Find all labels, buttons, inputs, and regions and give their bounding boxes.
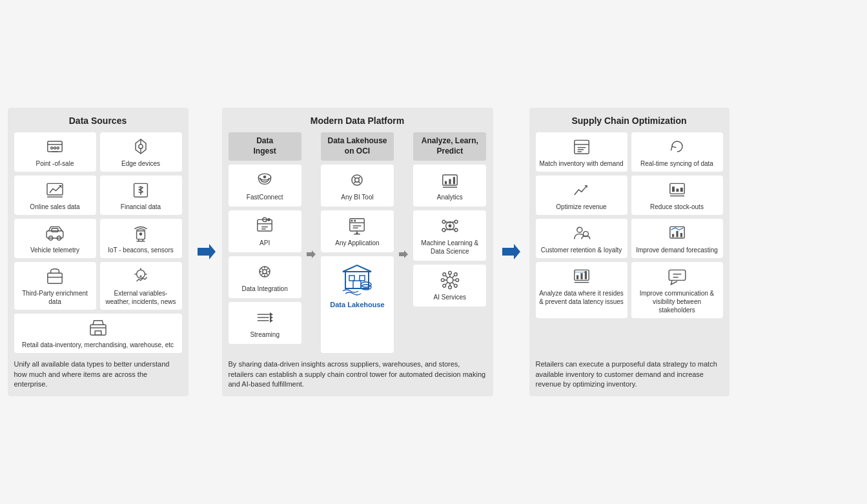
ds-vehicle: Vehicle telemetry	[14, 219, 96, 258]
third-party-label: Third-Party enrichment data	[17, 289, 94, 306]
api-item: API	[229, 210, 301, 252]
svg-point-100	[448, 271, 451, 274]
sc-title: Supply Chain Optimization	[536, 116, 723, 126]
svg-rect-138	[669, 270, 686, 281]
svg-point-104	[443, 272, 446, 276]
iot-label: IoT - beacons, sensors	[108, 246, 174, 254]
third-party-icon	[45, 266, 65, 287]
sc-improve-demand: Improve demand forecasting	[631, 219, 723, 258]
external-icon	[130, 266, 151, 287]
svg-point-93	[454, 228, 458, 232]
sc-realtime-sync: Real-time syncing of data	[631, 132, 723, 172]
svg-point-106	[443, 284, 446, 287]
data-lakehouse-item: Data Lakehouse	[321, 256, 394, 354]
any-app-icon	[347, 216, 367, 236]
fastconnect-item: FastConnect	[229, 165, 301, 207]
svg-rect-135	[580, 274, 582, 280]
streaming-item: Streaming	[229, 302, 301, 344]
ai-services-item: AI Services	[413, 265, 486, 307]
any-bi-item: Any BI Tool	[321, 165, 394, 207]
ml-ds-icon	[440, 216, 460, 236]
realtime-sync-label: Real-time syncing of data	[640, 159, 713, 168]
svg-point-4	[57, 147, 59, 149]
any-bi-icon	[347, 170, 367, 190]
svg-point-41	[267, 218, 270, 221]
sc-reduce-stock: Reduce stock-outs	[631, 176, 723, 215]
data-integration-icon	[254, 261, 275, 282]
svg-point-105	[454, 272, 457, 276]
retail-label: Retail data-inventory, merchandising, wa…	[22, 341, 174, 349]
svg-rect-32	[95, 331, 101, 335]
streaming-icon	[254, 307, 275, 328]
optimize-rev-icon	[571, 179, 592, 200]
data-lakehouse-label: Data Lakehouse	[330, 300, 384, 309]
ml-ds-item: Machine Learning & Data Science	[413, 210, 486, 261]
big-arrow-2-icon	[500, 240, 523, 263]
sc-content: Match inventory with demand Real-time sy…	[536, 132, 723, 353]
data-sources-grid: Point -of-sale Edge devices	[14, 132, 182, 353]
improve-demand-label: Improve demand forecasting	[636, 246, 718, 254]
analyze-column: Analyze, Learn,Predict Analytics	[413, 132, 486, 353]
fastconnect-icon	[254, 170, 275, 190]
api-label: API	[260, 239, 270, 247]
svg-point-2	[51, 147, 53, 149]
svg-point-90	[442, 220, 445, 223]
arrow-to-mdp	[191, 108, 222, 396]
ds-third-party: Third-Party enrichment data	[14, 262, 96, 310]
svg-line-115	[445, 282, 447, 284]
svg-rect-130	[672, 234, 674, 237]
lakehouse-header: Data Lakehouseon OCI	[321, 132, 394, 160]
svg-rect-125	[680, 188, 682, 192]
svg-rect-17	[52, 228, 58, 232]
ds-edge: Edge devices	[100, 132, 182, 172]
ai-services-label: AI Services	[434, 293, 467, 301]
reduce-stock-icon	[667, 179, 688, 200]
online-sales-label: Online sales data	[30, 203, 79, 211]
svg-marker-33	[198, 244, 216, 259]
any-bi-label: Any BI Tool	[341, 193, 373, 201]
online-sales-icon	[45, 179, 65, 200]
analyze-header: Analyze, Learn,Predict	[413, 132, 486, 160]
optimize-rev-label: Optimize revenue	[556, 203, 606, 211]
data-lakehouse-icon	[339, 261, 375, 297]
ai-services-icon	[440, 270, 460, 290]
vehicle-icon	[45, 223, 65, 243]
svg-point-67	[351, 219, 353, 221]
realtime-sync-icon	[667, 136, 688, 157]
arrow-to-sc	[496, 108, 527, 396]
customer-retention-label: Customer retention & loyalty	[541, 246, 622, 254]
svg-line-112	[445, 276, 447, 277]
svg-rect-76	[360, 276, 365, 281]
ds-iot: IoT - beacons, sensors	[100, 219, 182, 258]
svg-point-92	[442, 228, 445, 232]
mini-arrow-1	[304, 156, 318, 353]
svg-point-103	[456, 278, 459, 281]
svg-line-61	[354, 177, 356, 178]
svg-rect-77	[353, 281, 361, 288]
svg-point-68	[354, 219, 356, 221]
mdp-inner: DataIngest FastConnect	[229, 132, 487, 353]
svg-point-29	[140, 276, 141, 277]
pos-label: Point -of-sale	[36, 159, 74, 168]
svg-line-50	[267, 268, 268, 270]
lakehouse-column: Data Lakehouseon OCI Any BI Tool	[321, 132, 394, 353]
ds-pos: Point -of-sale	[14, 132, 96, 172]
svg-point-101	[448, 285, 451, 288]
analytics-item: Analytics	[413, 165, 486, 207]
svg-line-114	[452, 276, 454, 277]
mdp-footer: By sharing data-driven insights across s…	[229, 359, 487, 389]
svg-rect-75	[349, 276, 354, 281]
svg-marker-57	[270, 318, 273, 322]
analyze-data-label: Analyze data where it resides & prevent …	[538, 289, 625, 306]
lakehouse-items: Any BI Tool	[321, 165, 394, 354]
edge-label: Edge devices	[121, 159, 160, 168]
main-container: Data Sources Point -of-sale	[8, 108, 860, 396]
svg-point-22	[139, 233, 141, 235]
mdp-title: Modern Data Platform	[229, 116, 487, 126]
improve-demand-icon	[667, 223, 688, 243]
svg-marker-116	[502, 244, 520, 259]
svg-point-107	[454, 284, 457, 287]
svg-point-60	[355, 177, 359, 181]
svg-point-102	[441, 278, 444, 281]
sc-analyze-data: Analyze data where it resides & prevent …	[536, 262, 627, 318]
